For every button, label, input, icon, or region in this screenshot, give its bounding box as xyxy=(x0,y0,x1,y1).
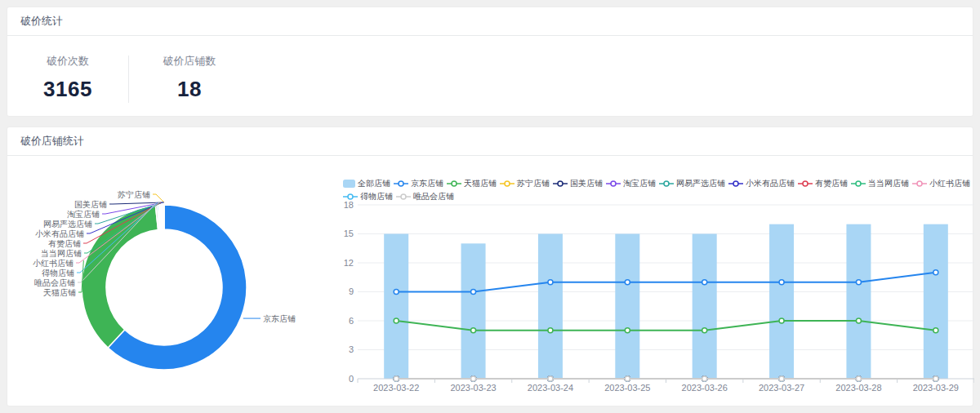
data-point-marker[interactable] xyxy=(548,328,553,333)
data-point-marker[interactable] xyxy=(548,376,553,381)
data-point-marker[interactable] xyxy=(856,318,861,323)
data-point-marker[interactable] xyxy=(702,280,707,285)
legend-item[interactable]: 唯品会店铺 xyxy=(396,191,454,202)
data-point-marker[interactable] xyxy=(856,280,861,285)
legend-item-label: 有赞店铺 xyxy=(815,178,848,189)
data-point-marker[interactable] xyxy=(394,290,399,295)
legend-item[interactable]: 小米有品店铺 xyxy=(728,178,795,189)
legend-item-label: 国美店铺 xyxy=(570,178,603,189)
legend-item[interactable]: 京东店铺 xyxy=(394,178,443,189)
legend-line-marker-icon xyxy=(606,180,621,188)
data-point-marker[interactable] xyxy=(625,328,630,333)
stat-break-count: 破价次数 3165 xyxy=(7,54,128,102)
x-axis-label: 2023-03-27 xyxy=(759,383,804,393)
donut-label: 国美店铺 xyxy=(74,200,107,209)
x-axis-label: 2023-03-24 xyxy=(528,383,573,393)
donut-label: 苏宁店铺 xyxy=(117,190,150,199)
data-point-marker[interactable] xyxy=(779,280,784,285)
shops-card-title: 破价店铺统计 xyxy=(20,135,84,147)
legend-item[interactable]: 国美店铺 xyxy=(553,178,603,189)
stat-break-shop-count-label: 破价店铺数 xyxy=(129,54,250,69)
legend-line-marker-icon xyxy=(912,180,927,188)
y-axis-label: 12 xyxy=(344,258,354,268)
legend-item[interactable]: 有赞店铺 xyxy=(798,178,848,189)
legend-item-label: 唯品会店铺 xyxy=(413,191,454,202)
data-point-marker[interactable] xyxy=(702,328,707,333)
legend-line-marker-icon xyxy=(343,193,358,201)
donut-label: 当当网店铺 xyxy=(41,249,82,258)
data-point-marker[interactable] xyxy=(394,318,399,323)
data-point-marker[interactable] xyxy=(856,376,861,381)
y-axis-label: 9 xyxy=(349,286,354,296)
bar[interactable] xyxy=(693,234,717,380)
stat-break-count-label: 破价次数 xyxy=(7,54,128,69)
donut-label: 唯品会店铺 xyxy=(34,278,75,287)
y-axis-label: 6 xyxy=(349,316,354,326)
bar[interactable] xyxy=(769,224,794,379)
shops-donut-chart[interactable]: 京东店铺苏宁店铺国美店铺淘宝店铺网易严选店铺小米有品店铺有赞店铺当当网店铺小红书… xyxy=(7,158,342,406)
donut-label: 小米有品店铺 xyxy=(35,229,84,238)
legend-item[interactable]: 淘宝店铺 xyxy=(606,178,656,189)
shops-card-header: 破价店铺统计 xyxy=(7,127,973,156)
legend-item-label: 全部店铺 xyxy=(358,178,390,189)
x-axis-label: 2023-03-26 xyxy=(682,383,728,393)
legend-item[interactable]: 苏宁店铺 xyxy=(500,178,550,189)
dashboard: 破价统计 破价次数 3165 破价店铺数 18 破价店铺统计 京东店铺苏宁店铺国… xyxy=(0,0,980,413)
shops-trend-chart[interactable]: 全部店铺京东店铺天猫店铺苏宁店铺国美店铺淘宝店铺网易严选店铺小米有品店铺有赞店铺… xyxy=(342,158,974,406)
bar[interactable] xyxy=(384,234,408,380)
donut-label: 淘宝店铺 xyxy=(67,210,100,219)
bar[interactable] xyxy=(924,224,948,379)
data-point-marker[interactable] xyxy=(471,328,476,333)
legend-item[interactable]: 当当网店铺 xyxy=(851,178,909,189)
legend-line-marker-icon xyxy=(659,180,674,188)
legend-item[interactable]: 得物店铺 xyxy=(343,191,393,202)
legend-item-label: 当当网店铺 xyxy=(868,178,909,189)
x-axis-label: 2023-03-23 xyxy=(450,383,496,393)
legend-bar-swatch-icon xyxy=(343,180,355,188)
data-point-marker[interactable] xyxy=(779,376,784,381)
data-point-marker[interactable] xyxy=(933,270,938,275)
data-point-marker[interactable] xyxy=(933,376,938,381)
shops-card-body: 京东店铺苏宁店铺国美店铺淘宝店铺网易严选店铺小米有品店铺有赞店铺当当网店铺小红书… xyxy=(7,156,973,406)
legend-item-label: 京东店铺 xyxy=(411,178,443,189)
legend-line-marker-icon xyxy=(396,193,411,201)
data-point-marker[interactable] xyxy=(471,290,476,295)
legend-item-label: 苏宁店铺 xyxy=(517,178,550,189)
stats-card-header: 破价统计 xyxy=(7,7,973,36)
legend-line-marker-icon xyxy=(394,180,408,188)
donut-label: 得物店铺 xyxy=(42,269,74,278)
stat-break-count-value: 3165 xyxy=(7,77,128,102)
data-point-marker[interactable] xyxy=(702,376,707,381)
bar[interactable] xyxy=(846,224,871,379)
legend-item[interactable]: 小红书店铺 xyxy=(912,178,970,189)
data-point-marker[interactable] xyxy=(933,328,938,333)
legend-item[interactable]: 网易严选店铺 xyxy=(659,178,725,189)
stat-break-shop-count: 破价店铺数 18 xyxy=(129,54,250,102)
legend-item-label: 小米有品店铺 xyxy=(746,178,795,189)
stat-break-shop-count-value: 18 xyxy=(129,77,250,102)
bar[interactable] xyxy=(461,243,486,379)
data-point-marker[interactable] xyxy=(625,280,630,285)
bar[interactable] xyxy=(615,234,639,380)
x-axis-label: 2023-03-22 xyxy=(373,383,419,393)
donut-canvas[interactable]: 京东店铺苏宁店铺国美店铺淘宝店铺网易严选店铺小米有品店铺有赞店铺当当网店铺小红书… xyxy=(7,158,342,406)
legend-item[interactable]: 天猫店铺 xyxy=(447,178,497,189)
legend-item-label: 得物店铺 xyxy=(360,191,393,202)
y-axis-label: 3 xyxy=(349,344,354,354)
data-point-marker[interactable] xyxy=(394,376,399,381)
bar[interactable] xyxy=(538,234,563,380)
donut-slice[interactable] xyxy=(82,206,158,348)
legend-item[interactable]: 全部店铺 xyxy=(343,178,390,189)
data-point-marker[interactable] xyxy=(779,318,784,323)
data-point-marker[interactable] xyxy=(548,280,553,285)
chart-legend: 全部店铺京东店铺天猫店铺苏宁店铺国美店铺淘宝店铺网易严选店铺小米有品店铺有赞店铺… xyxy=(343,178,973,202)
legend-line-marker-icon xyxy=(728,180,743,188)
legend-item-label: 天猫店铺 xyxy=(464,178,497,189)
donut-label-line xyxy=(153,194,164,202)
legend-line-marker-icon xyxy=(500,180,514,188)
x-axis-label: 2023-03-29 xyxy=(913,383,959,393)
donut-label: 有赞店铺 xyxy=(48,239,81,248)
data-point-marker[interactable] xyxy=(471,376,476,381)
data-point-marker[interactable] xyxy=(625,376,630,381)
x-axis-label: 2023-03-25 xyxy=(604,383,650,393)
